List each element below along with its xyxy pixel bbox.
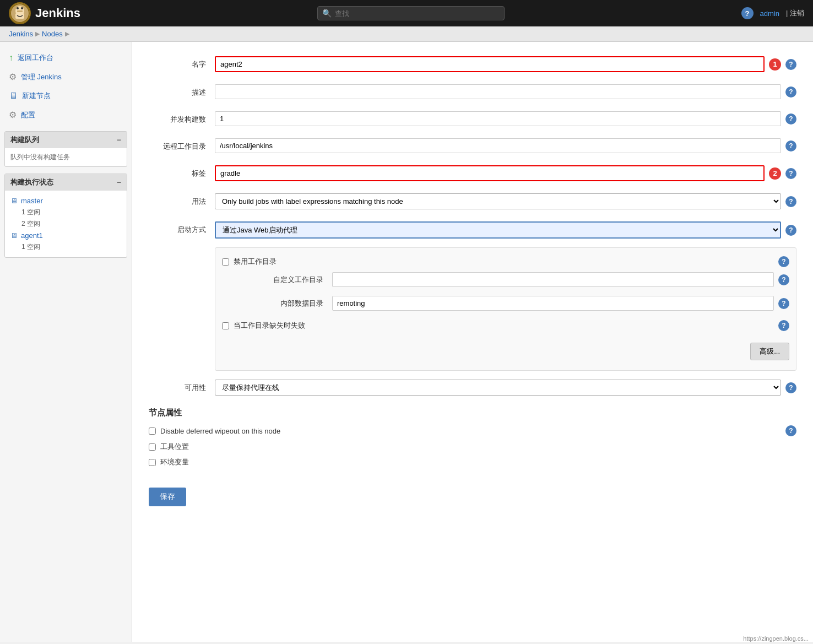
remote-dir-help-button[interactable]: ? (785, 140, 796, 151)
executor-node-agent1[interactable]: 🖥 agent1 (10, 230, 121, 241)
custom-workspace-row: 自定义工作目录 ? (222, 270, 789, 289)
description-input[interactable] (215, 84, 781, 99)
build-executor-collapse-button[interactable]: − (117, 178, 121, 187)
availability-control-wrap: 尽量保持代理在线 在需要时保持代理在线 手动控制 ? (215, 380, 796, 396)
header: Jenkins 🔍 ? admin | 注销 (0, 0, 813, 26)
availability-row: 可用性 尽量保持代理在线 在需要时保持代理在线 手动控制 ? (149, 376, 796, 399)
save-button[interactable]: 保存 (149, 488, 186, 506)
build-executor-body: 🖥 master 1 空闲 2 空闲 🖥 agent1 (5, 191, 127, 257)
sidebar-item-back-workspace[interactable]: ↑ 返回工作台 (0, 48, 132, 67)
name-label: 名字 (149, 56, 215, 69)
sidebar-back-workspace-label: 返回工作台 (18, 53, 53, 63)
custom-workspace-control: ? (332, 272, 789, 287)
tags-input[interactable] (215, 165, 765, 181)
content-area: 名字 1 ? 描述 ? 并发构建数 ? (132, 42, 813, 642)
tags-annotation: 2 (769, 167, 781, 180)
disable-workspace-help[interactable]: ? (778, 256, 789, 267)
master-monitor-icon: 🖥 (10, 197, 18, 205)
breadcrumb-nodes[interactable]: Nodes (42, 30, 63, 38)
internal-data-control: ? (332, 296, 789, 311)
breadcrumb-sep-2: ▶ (65, 30, 69, 37)
master-executor-2: 2 空闲 (10, 218, 121, 230)
fail-on-missing-checkbox[interactable] (222, 322, 229, 329)
internal-data-label: 内部数据目录 (222, 299, 332, 309)
tags-row: 标签 2 ? (149, 162, 796, 185)
svg-rect-3 (15, 13, 24, 19)
sidebar-item-manage-jenkins[interactable]: ⚙ 管理 Jenkins (0, 67, 132, 86)
build-executor-panel-header: 构建执行状态 − (5, 174, 127, 191)
availability-help-button[interactable]: ? (785, 382, 796, 393)
name-input[interactable] (215, 56, 765, 72)
build-queue-panel-header: 构建队列 − (5, 132, 127, 148)
header-right: ? admin | 注销 (741, 7, 804, 19)
concurrent-help-button[interactable]: ? (785, 113, 796, 125)
search-icon: 🔍 (322, 9, 332, 18)
usage-help-button[interactable]: ? (785, 196, 796, 207)
prop-tool-location-row: 工具位置 (149, 439, 796, 454)
config-gear-icon: ⚙ (9, 110, 17, 120)
concurrent-control-wrap: ? (215, 111, 796, 126)
prop-env-vars-checkbox[interactable] (149, 459, 156, 466)
executor-node-master[interactable]: 🖥 master (10, 195, 121, 207)
launch-label: 启动方式 (149, 221, 215, 235)
prop-disable-wipeout-checkbox[interactable] (149, 427, 156, 435)
build-executor-panel: 构建执行状态 − 🖥 master 1 空闲 2 空闲 (4, 174, 127, 258)
jenkins-title: Jenkins (35, 6, 80, 20)
logo-icon (9, 2, 31, 24)
custom-workspace-label: 自定义工作目录 (222, 275, 332, 285)
usage-row: 用法 Only build jobs with label expression… (149, 190, 796, 213)
name-help-button[interactable]: ? (785, 59, 796, 70)
concurrent-input[interactable] (215, 111, 781, 126)
sidebar: ↑ 返回工作台 ⚙ 管理 Jenkins 🖥 新建节点 ⚙ 配置 构建队列 − … (0, 42, 132, 642)
advanced-button[interactable]: 高级... (750, 343, 789, 360)
remote-dir-input[interactable] (215, 138, 781, 153)
jenkins-logo[interactable]: Jenkins (9, 2, 80, 24)
disable-workspace-label: 禁用工作目录 (234, 257, 277, 267)
prop-disable-wipeout-label: Disable deferred wipeout on this node (160, 427, 280, 435)
custom-workspace-input[interactable] (332, 272, 774, 287)
svg-point-4 (17, 7, 19, 9)
name-annotation: 1 (769, 58, 781, 71)
search-input[interactable] (335, 9, 500, 18)
breadcrumb-jenkins[interactable]: Jenkins (9, 30, 33, 38)
node-form: 名字 1 ? 描述 ? 并发构建数 ? (149, 53, 796, 506)
tags-label: 标签 (149, 165, 215, 178)
sidebar-manage-jenkins-label: 管理 Jenkins (21, 72, 62, 82)
internal-data-input[interactable] (332, 296, 774, 311)
build-queue-body: 队列中没有构建任务 (5, 148, 127, 166)
logout-link[interactable]: | 注销 (786, 8, 804, 18)
tags-control-wrap: 2 ? (215, 165, 796, 181)
prop-env-vars-label: 环境变量 (160, 457, 189, 467)
prop-disable-wipeout-help[interactable]: ? (785, 425, 796, 436)
description-row: 描述 ? (149, 81, 796, 102)
usage-select[interactable]: Only build jobs with label expressions m… (215, 193, 781, 209)
sidebar-item-config[interactable]: ⚙ 配置 (0, 105, 132, 125)
fail-on-missing-help[interactable]: ? (778, 320, 789, 331)
agent1-monitor-icon: 🖥 (10, 231, 18, 240)
availability-select[interactable]: 尽量保持代理在线 在需要时保持代理在线 手动控制 (215, 380, 781, 396)
availability-label: 可用性 (149, 380, 215, 393)
build-queue-collapse-button[interactable]: − (117, 136, 121, 144)
search-box: 🔍 (317, 6, 505, 20)
admin-link[interactable]: admin (760, 9, 779, 18)
sidebar-config-label: 配置 (21, 110, 35, 120)
description-help-button[interactable]: ? (785, 86, 796, 98)
build-queue-title: 构建队列 (10, 135, 39, 145)
internal-data-help[interactable]: ? (778, 298, 789, 309)
prop-tool-location-checkbox[interactable] (149, 443, 156, 451)
custom-workspace-help[interactable]: ? (778, 274, 789, 285)
save-row: 保存 (149, 479, 796, 506)
master-executor-1: 1 空闲 (10, 207, 121, 218)
sidebar-new-node-label: 新建节点 (22, 91, 51, 101)
launch-control-wrap: 通过Java Web启动代理 通过SSH启动代理 通过命令启动代理 ? (215, 221, 796, 239)
tags-help-button[interactable]: ? (785, 168, 796, 179)
footer-link: https://zingpen.blog.cs... (743, 635, 809, 642)
launch-select[interactable]: 通过Java Web启动代理 通过SSH启动代理 通过命令启动代理 (215, 221, 781, 239)
sidebar-item-new-node[interactable]: 🖥 新建节点 (0, 86, 132, 105)
build-queue-panel: 构建队列 − 队列中没有构建任务 (4, 131, 127, 167)
header-help-button[interactable]: ? (741, 7, 754, 19)
launch-help-button[interactable]: ? (785, 225, 796, 236)
remote-dir-label: 远程工作目录 (149, 138, 215, 151)
disable-workspace-checkbox[interactable] (222, 258, 229, 266)
build-queue-empty-text: 队列中没有构建任务 (10, 153, 70, 161)
